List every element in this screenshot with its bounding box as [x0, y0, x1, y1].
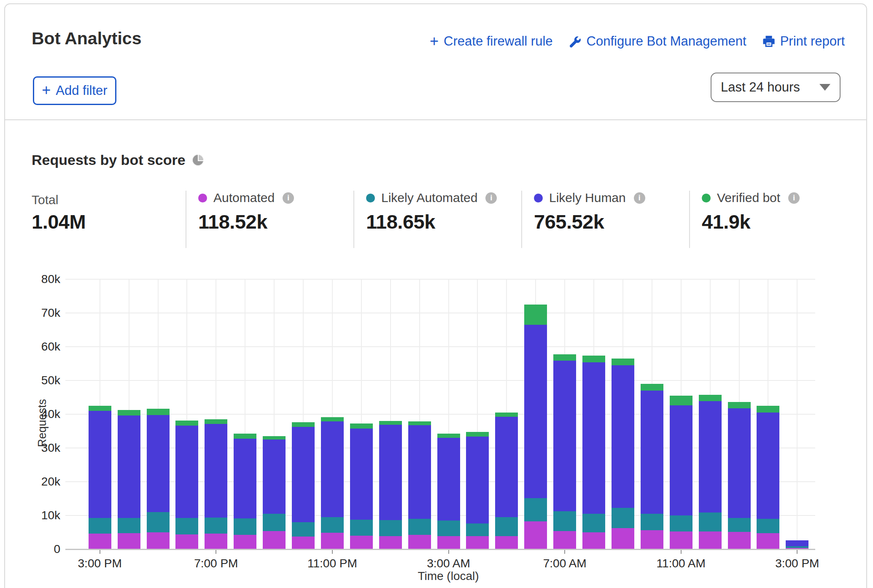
bar-segment-automated[interactable]: [582, 532, 605, 549]
bar-segment-likely-automated[interactable]: [89, 518, 111, 534]
bar-segment-verified-bot[interactable]: [408, 421, 431, 426]
bar-segment-verified-bot[interactable]: [350, 423, 373, 428]
bar-segment-likely-automated[interactable]: [205, 518, 227, 534]
bar-segment-likely-automated[interactable]: [699, 512, 722, 532]
bar-segment-verified-bot[interactable]: [89, 406, 111, 411]
bar-segment-likely-human[interactable]: [234, 439, 256, 519]
bar-segment-verified-bot[interactable]: [205, 419, 227, 424]
bar-segment-verified-bot[interactable]: [582, 356, 605, 362]
bar-segment-verified-bot[interactable]: [612, 359, 634, 365]
bar-segment-likely-human[interactable]: [321, 421, 344, 517]
bar-segment-verified-bot[interactable]: [757, 406, 779, 413]
bar-segment-likely-human[interactable]: [437, 438, 460, 521]
bar-segment-automated[interactable]: [524, 521, 547, 549]
bar-segment-likely-automated[interactable]: [350, 520, 373, 536]
bar-segment-automated[interactable]: [175, 534, 198, 549]
bar-segment-verified-bot[interactable]: [437, 434, 460, 438]
bar-segment-likely-human[interactable]: [641, 391, 663, 514]
bar-segment-automated[interactable]: [118, 533, 140, 549]
bar-segment-likely-automated[interactable]: [118, 518, 140, 534]
bar-segment-automated[interactable]: [553, 531, 576, 549]
bar-segment-verified-bot[interactable]: [147, 409, 170, 415]
bar-segment-automated[interactable]: [495, 536, 518, 549]
bar-segment-likely-human[interactable]: [612, 365, 634, 508]
bar-segment-verified-bot[interactable]: [118, 410, 140, 415]
bar-segment-likely-automated[interactable]: [553, 511, 576, 531]
bar-segment-likely-automated[interactable]: [263, 514, 286, 531]
bar-segment-likely-automated[interactable]: [147, 512, 170, 532]
bar-segment-likely-human[interactable]: [408, 425, 431, 519]
bar-segment-likely-human[interactable]: [263, 440, 286, 514]
bar-segment-verified-bot[interactable]: [495, 413, 518, 417]
bar-segment-automated[interactable]: [437, 536, 460, 549]
bar-segment-likely-automated[interactable]: [757, 519, 779, 533]
bar-segment-verified-bot[interactable]: [321, 417, 344, 421]
bar-segment-likely-automated[interactable]: [612, 508, 634, 529]
bar-segment-likely-automated[interactable]: [670, 515, 692, 531]
bar-segment-verified-bot[interactable]: [641, 384, 663, 391]
bar-segment-verified-bot[interactable]: [699, 395, 722, 401]
bar-segment-likely-human[interactable]: [147, 415, 170, 512]
bar-segment-automated[interactable]: [234, 535, 256, 549]
bar-segment-automated[interactable]: [350, 536, 373, 549]
bar-segment-likely-human[interactable]: [89, 411, 111, 518]
bar-segment-automated[interactable]: [408, 535, 431, 549]
bar-segment-verified-bot[interactable]: [263, 436, 286, 440]
bar-segment-likely-automated[interactable]: [466, 523, 489, 536]
bar-segment-automated[interactable]: [147, 532, 170, 549]
bar-segment-automated[interactable]: [292, 537, 315, 549]
bar-segment-likely-human[interactable]: [292, 427, 315, 522]
bar-segment-likely-automated[interactable]: [408, 519, 431, 535]
bar-segment-verified-bot[interactable]: [466, 432, 489, 437]
bar-segment-automated[interactable]: [466, 536, 489, 549]
bar-segment-likely-human[interactable]: [786, 540, 808, 546]
bar-segment-verified-bot[interactable]: [728, 402, 751, 408]
bar-segment-automated[interactable]: [263, 531, 286, 549]
bar-segment-automated[interactable]: [612, 528, 634, 549]
bar-segment-automated[interactable]: [670, 531, 692, 549]
bar-segment-verified-bot[interactable]: [524, 305, 547, 325]
bar-segment-verified-bot[interactable]: [175, 421, 198, 426]
bar-segment-likely-automated[interactable]: [524, 498, 547, 521]
bar-segment-automated[interactable]: [699, 531, 722, 549]
bar-segment-likely-human[interactable]: [350, 429, 373, 520]
bar-segment-likely-automated[interactable]: [437, 521, 460, 536]
bar-segment-likely-human[interactable]: [699, 401, 722, 512]
bar-segment-automated[interactable]: [321, 533, 344, 549]
bar-segment-verified-bot[interactable]: [670, 396, 692, 405]
bar-segment-automated[interactable]: [728, 532, 751, 549]
bar-segment-verified-bot[interactable]: [234, 434, 256, 439]
horizontal-gridline: [65, 279, 815, 280]
bar-segment-likely-human[interactable]: [466, 437, 489, 523]
bar-segment-likely-human[interactable]: [553, 361, 576, 511]
bar-segment-likely-automated[interactable]: [641, 514, 663, 530]
bar-segment-likely-automated[interactable]: [582, 514, 605, 532]
bar-segment-likely-automated[interactable]: [234, 518, 256, 534]
bar-segment-likely-human[interactable]: [582, 362, 605, 514]
bar-segment-automated[interactable]: [379, 536, 402, 549]
bar-segment-verified-bot[interactable]: [553, 354, 576, 361]
bar-segment-likely-human[interactable]: [175, 426, 198, 518]
bar-segment-likely-automated[interactable]: [379, 520, 402, 536]
bar-segment-likely-human[interactable]: [670, 405, 692, 515]
bar-segment-verified-bot[interactable]: [379, 421, 402, 425]
bar-segment-likely-human[interactable]: [728, 408, 751, 518]
bar-segment-verified-bot[interactable]: [292, 422, 315, 426]
bar-segment-likely-automated[interactable]: [175, 518, 198, 534]
bar-segment-likely-automated[interactable]: [495, 517, 518, 536]
bar-segment-automated[interactable]: [641, 530, 663, 549]
bar-segment-likely-automated[interactable]: [728, 518, 751, 532]
bar-segment-likely-human[interactable]: [205, 424, 227, 518]
bar-segment-automated[interactable]: [757, 533, 779, 549]
bar-segment-likely-human[interactable]: [757, 413, 779, 519]
bar-segment-likely-automated[interactable]: [786, 546, 808, 548]
bar-segment-likely-automated[interactable]: [292, 522, 315, 537]
bar-segment-automated[interactable]: [89, 534, 111, 549]
bar-segment-likely-human[interactable]: [379, 425, 402, 520]
bar-segment-likely-human[interactable]: [118, 415, 140, 518]
bar-segment-likely-human[interactable]: [524, 325, 547, 498]
bar-segment-likely-automated[interactable]: [321, 517, 344, 533]
x-tick-mark: [448, 550, 449, 554]
bar-segment-likely-human[interactable]: [495, 417, 518, 517]
bar-segment-automated[interactable]: [205, 534, 227, 549]
